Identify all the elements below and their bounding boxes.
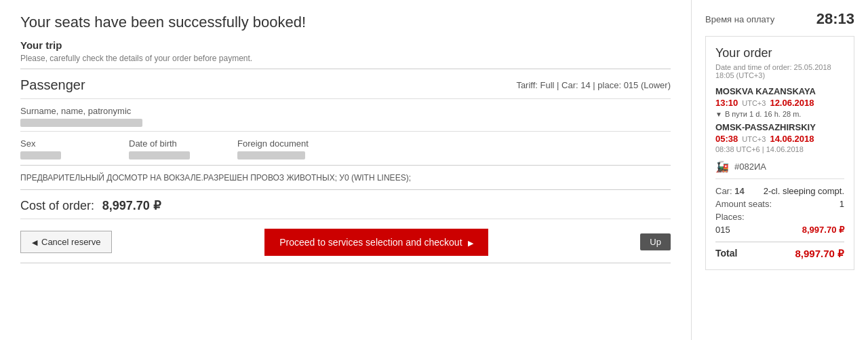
place-value: 015 [715, 225, 730, 235]
arr-time: 05:38 [715, 134, 738, 144]
train-icon: 🚂 [715, 160, 729, 173]
amount-seats-value: 1 [840, 199, 844, 209]
train-num: #082ИА [734, 162, 766, 172]
divider-6 [20, 219, 671, 219]
check-details-text: Please, carefully check the details of y… [20, 54, 671, 63]
class-value: 2-cl. sleeping compt. [764, 186, 844, 196]
to-city: OMSK-PASSAZHIRSKIY [715, 122, 844, 132]
from-city: MOSKVA KAZANSKAYA [715, 86, 844, 96]
cost-amount: 8,997.70 ₽ [102, 199, 161, 212]
surname-label: Surname, name, patronymic [20, 106, 671, 116]
place-price: 8,997.70 ₽ [802, 225, 844, 235]
sidebar-divider [715, 178, 844, 179]
arrow-left-icon [32, 237, 37, 247]
places-label: Places: [715, 212, 745, 222]
order-date: Date and time of order: 25.05.2018 18:05… [715, 63, 844, 79]
dob-value [129, 151, 190, 159]
surname-value [20, 119, 142, 127]
sex-value [20, 151, 61, 159]
amount-seats-label: Amount seats: [715, 199, 772, 209]
arr-utc: UTC+3 [742, 135, 766, 143]
order-title: Your order [715, 46, 844, 60]
dob-label: Date of birth [129, 138, 210, 149]
down-arrow-icon [715, 110, 722, 118]
divider-2 [20, 98, 671, 99]
dep-utc: UTC+3 [742, 99, 766, 107]
cancel-reserve-button[interactable]: Cancel reserve [20, 231, 112, 253]
total-amount: 8,997.70 ₽ [795, 248, 844, 260]
total-label: Total [715, 248, 737, 260]
divider-3 [20, 131, 671, 132]
dep-time: 13:10 [715, 98, 738, 108]
cost-label: Cost of order: [20, 199, 94, 212]
up-button[interactable]: Up [640, 233, 671, 250]
doc-value [237, 151, 305, 159]
divider-1 [20, 69, 671, 69]
travel-time: В пути 1 d. 16 h. 28 m. [715, 110, 844, 118]
doc-label: Foreign document [237, 138, 319, 149]
train-row: 🚂 #082ИА [715, 160, 844, 173]
timer-label: Время на оплату [705, 14, 774, 24]
proceed-checkout-button[interactable]: Proceed to services selection and checko… [264, 229, 488, 256]
your-trip-label: Your trip [20, 39, 671, 51]
divider-7 [20, 263, 671, 263]
sex-label: Sex [20, 138, 102, 149]
arr-date: 14.06.2018 [770, 134, 814, 144]
divider-5 [20, 189, 671, 190]
tariff-info: Tariff: Full | Car: 14 | place: 015 (Low… [516, 80, 671, 90]
dep-date: 12.06.2018 [770, 98, 814, 108]
divider-4 [20, 165, 671, 166]
car-label: Car: 14 [715, 186, 745, 196]
order-box: Your order Date and time of order: 25.05… [705, 36, 854, 270]
passenger-label: Passenger [20, 77, 85, 93]
arr-utc2-row: 08:38 UTC+6 | 14.06.2018 [715, 145, 844, 153]
arrow-right-icon [468, 237, 473, 248]
timer-value: 28:13 [816, 10, 854, 28]
notice-text: ПРЕДВАРИТЕЛЬНЫЙ ДОСМОТР НА ВОКЗАЛЕ.РАЗРЕ… [20, 172, 671, 184]
success-title: Your seats have been successfully booked… [20, 14, 671, 31]
